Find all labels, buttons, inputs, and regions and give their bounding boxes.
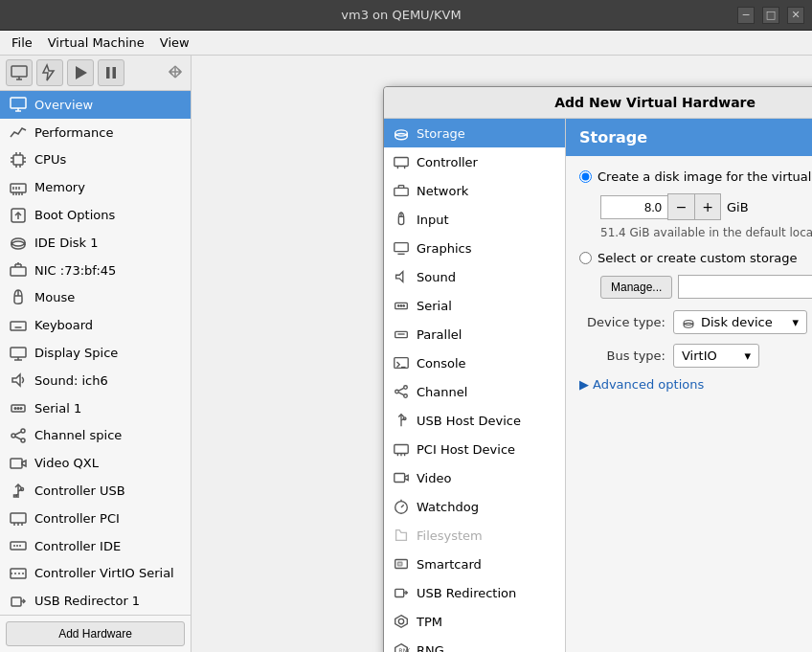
svg-text:RNG: RNG [398, 647, 410, 652]
sidebar-item-keyboard[interactable]: Keyboard [0, 311, 191, 339]
detail-header: Storage [566, 119, 812, 156]
sidebar-item-boot-options[interactable]: Boot Options [0, 201, 191, 229]
svg-point-53 [11, 434, 15, 438]
device-type-dropdown[interactable]: Disk device ▾ [673, 310, 807, 334]
custom-storage-radio[interactable] [579, 252, 592, 264]
device-item-graphics[interactable]: Graphics [384, 234, 565, 262]
device-item-console[interactable]: Console [384, 348, 565, 377]
storage-path-input[interactable] [678, 275, 812, 299]
sidebar-item-controller-usb[interactable]: Controller USB [0, 477, 191, 505]
add-hardware-dialog: Add New Virtual Hardware ✕ [383, 86, 812, 652]
watchdog-device-icon [392, 497, 411, 516]
toolbar-move-icon [166, 62, 185, 84]
sidebar-item-controller-pci[interactable]: Controller PCI [0, 505, 191, 532]
device-item-usb-redir[interactable]: USB Redirection [384, 578, 565, 607]
device-item-serial[interactable]: Serial [384, 291, 565, 320]
sidebar-item-controller-virtio[interactable]: Controller VirtIO Serial [0, 560, 191, 588]
sidebar-item-sound[interactable]: Sound: ich6 [0, 367, 191, 394]
device-list: Storage Controller [384, 119, 566, 652]
svg-rect-0 [11, 66, 27, 77]
toolbar-flash-button[interactable] [36, 59, 63, 86]
device-item-video[interactable]: Video [384, 463, 565, 492]
svg-point-115 [395, 502, 408, 514]
device-item-watchdog[interactable]: Watchdog [384, 492, 565, 521]
sidebar-item-performance[interactable]: Performance [0, 119, 191, 146]
sidebar-label-overview: Overview [34, 98, 93, 112]
svg-point-51 [17, 408, 19, 410]
create-disk-radio[interactable] [579, 170, 592, 183]
mouse-icon [8, 287, 29, 308]
device-item-rng[interactable]: RNG RNG [384, 636, 565, 652]
svg-rect-84 [395, 188, 408, 195]
device-label-serial: Serial [417, 299, 452, 313]
device-item-sound[interactable]: Sound [384, 262, 565, 291]
svg-marker-92 [396, 272, 403, 282]
sidebar-item-channel-spice[interactable]: Channel spice [0, 422, 191, 450]
menu-view[interactable]: View [152, 34, 197, 52]
sidebar-item-ide-disk[interactable]: IDE Disk 1 [0, 229, 191, 257]
toolbar-play-button[interactable] [67, 59, 94, 86]
device-item-channel[interactable]: Channel [384, 377, 565, 406]
sidebar-label-nic: NIC :73:bf:45 [34, 263, 116, 278]
svg-marker-59 [22, 461, 26, 466]
tpm-device-icon [392, 612, 411, 631]
minimize-button[interactable]: ─ [737, 7, 755, 24]
svg-rect-75 [11, 597, 21, 606]
sidebar-item-serial1[interactable]: Serial 1 [0, 394, 191, 422]
device-item-controller[interactable]: Controller [384, 147, 565, 176]
advanced-options-row[interactable]: ▶ Advanced options [579, 377, 812, 392]
bus-type-dropdown[interactable]: VirtIO ▾ [673, 344, 759, 368]
sidebar-item-video-qxl[interactable]: Video QXL [0, 449, 191, 477]
device-label-parallel: Parallel [417, 327, 462, 342]
device-label-sound: Sound [417, 270, 456, 284]
device-item-smartcard[interactable]: Smartcard [384, 550, 565, 578]
dialog-title: Add New Virtual Hardware [554, 95, 756, 110]
pci-host-device-icon [392, 439, 411, 459]
manage-button[interactable]: Manage... [600, 276, 672, 299]
custom-storage-label[interactable]: Select or create custom storage [598, 251, 797, 265]
boot-icon [8, 205, 29, 226]
sidebar-item-overview[interactable]: Overview [0, 91, 191, 119]
sidebar-item-controller-ide[interactable]: Controller IDE [0, 532, 191, 560]
menu-virtual-machine[interactable]: Virtual Machine [40, 34, 152, 52]
sidebar-item-usb-redirector[interactable]: USB Redirector 1 [0, 587, 191, 615]
disk-size-input[interactable] [600, 195, 667, 219]
maximize-button[interactable]: □ [762, 7, 779, 24]
usb-icon [8, 481, 29, 502]
size-minus-button[interactable]: − [667, 193, 694, 220]
device-label-graphics: Graphics [417, 241, 471, 256]
bus-type-label: Bus type: [579, 348, 665, 363]
ide-icon [8, 535, 29, 556]
custom-storage-row: Manage... [600, 275, 812, 299]
device-label-controller: Controller [417, 155, 478, 169]
svg-rect-65 [11, 513, 26, 523]
device-item-tpm[interactable]: TPM [384, 607, 565, 636]
dialog-header: Add New Virtual Hardware ✕ [384, 87, 812, 119]
device-item-filesystem: Filesystem [384, 521, 565, 550]
menu-file[interactable]: File [4, 34, 40, 52]
toolbar-monitor-button[interactable] [6, 59, 33, 86]
sidebar-item-nic[interactable]: NIC :73:bf:45 [0, 257, 191, 284]
device-item-parallel[interactable]: Parallel [384, 320, 565, 348]
sidebar-label-ide-disk: IDE Disk 1 [34, 236, 99, 250]
svg-point-103 [404, 394, 408, 398]
sidebar-item-display-spice[interactable]: Display Spice [0, 339, 191, 367]
sidebar-item-mouse[interactable]: Mouse [0, 284, 191, 312]
sidebar-item-memory[interactable]: Memory [0, 173, 191, 201]
svg-rect-9 [13, 155, 23, 165]
device-item-network[interactable]: Network [384, 176, 565, 205]
toolbar-pause-button[interactable] [98, 59, 124, 86]
add-hardware-button[interactable]: Add Hardware [6, 621, 185, 646]
size-plus-button[interactable]: + [694, 193, 721, 220]
device-label-smartcard: Smartcard [417, 557, 482, 572]
sidebar-item-cpus[interactable]: CPUs [0, 146, 191, 174]
device-item-pci-host[interactable]: PCI Host Device [384, 435, 565, 463]
disk-size-row: − + GiB [600, 193, 812, 220]
device-item-storage[interactable]: Storage [384, 119, 565, 147]
close-button[interactable]: ✕ [787, 7, 804, 24]
device-item-usb-host[interactable]: USB Host Device [384, 406, 565, 435]
create-disk-label[interactable]: Create a disk image for the virtual mach… [598, 169, 812, 184]
device-item-input[interactable]: Input [384, 205, 565, 234]
sidebar-label-ctrl-ide: Controller IDE [34, 539, 121, 553]
svg-point-95 [400, 305, 401, 306]
